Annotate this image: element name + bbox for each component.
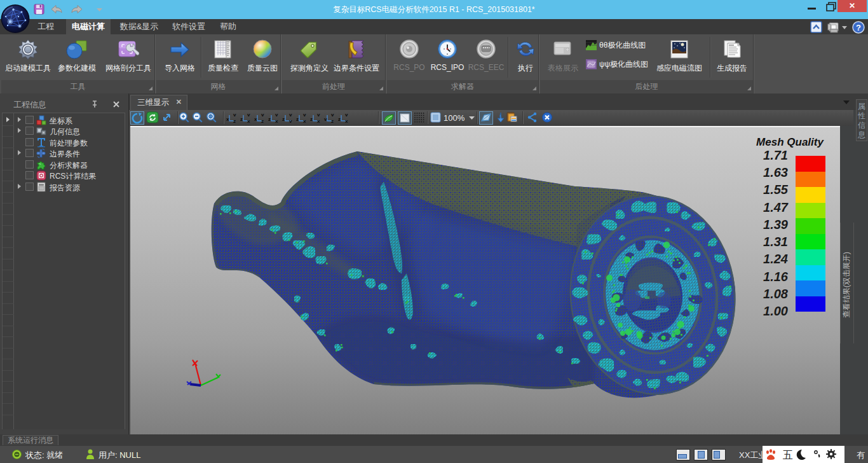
svg-text:z: z — [261, 118, 264, 123]
svg-text:z: z — [233, 118, 236, 123]
svg-text:五: 五 — [783, 450, 793, 460]
svg-text:x: x — [345, 118, 348, 123]
svg-text:z: z — [331, 118, 334, 123]
svg-text:v: v — [247, 112, 250, 118]
svg-text:v: v — [289, 112, 292, 118]
svg-text:x: x — [275, 118, 278, 123]
svg-text:v: v — [303, 112, 306, 118]
svg-text:v: v — [345, 112, 348, 118]
svg-text:z: z — [268, 116, 271, 122]
svg-text:z: z — [338, 116, 341, 122]
svg-text:x: x — [247, 118, 250, 123]
svg-text:z: z — [240, 116, 243, 122]
svg-text:工程信息: 工程信息 — [13, 100, 46, 109]
svg-text:x: x — [303, 118, 306, 123]
svg-text:v: v — [233, 112, 236, 118]
svg-text:x: x — [226, 116, 229, 122]
svg-text:v: v — [331, 112, 334, 118]
svg-text:x: x — [254, 116, 257, 122]
svg-text:z: z — [296, 116, 299, 122]
svg-text:z: z — [310, 116, 313, 122]
svg-text:v: v — [317, 112, 320, 118]
svg-text:v: v — [324, 116, 327, 122]
svg-text:v: v — [289, 118, 292, 123]
svg-text:v: v — [275, 112, 278, 118]
svg-text:z: z — [282, 116, 285, 122]
svg-text:v: v — [261, 112, 264, 118]
svg-text:100%: 100% — [444, 113, 465, 123]
svg-text:x: x — [317, 118, 320, 123]
svg-text:?: ? — [856, 23, 861, 32]
